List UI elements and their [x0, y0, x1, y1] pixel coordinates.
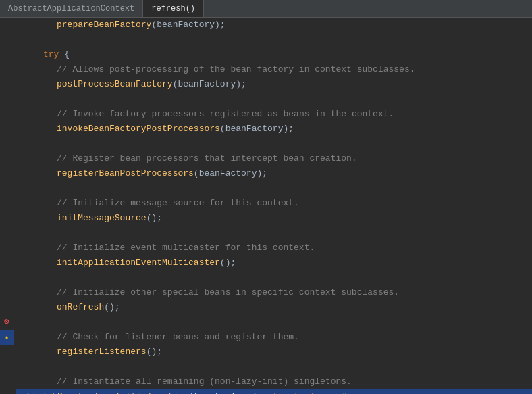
code-line: invokeBeanFactoryPostProcessors(beanFact… [16, 122, 532, 137]
code-area: ⊗ ★ prepareBeanFactory(beanFactory); [0, 18, 532, 394]
tab-abstract-application-context[interactable]: AbstractApplicationContext [0, 0, 143, 17]
code-line: // Instantiate all remaining (non-lazy-i… [16, 374, 532, 389]
code-line: onRefresh(); [16, 300, 532, 315]
code-line: // Allows post-processing of the bean fa… [16, 62, 532, 77]
tab-bar: AbstractApplicationContext refresh() [0, 0, 532, 18]
code-text: registerListeners(); [16, 345, 162, 360]
code-line-blank [16, 226, 532, 241]
indicator-line [0, 154, 14, 166]
code-line: // Invoke factory processors registered … [16, 107, 532, 122]
code-line: // Initialize event multicaster for this… [16, 241, 532, 255]
indicator-line [0, 18, 14, 30]
indicator-column: ⊗ ★ [0, 18, 14, 394]
bookmark-icon: ★ [5, 330, 9, 345]
indicator-line [0, 117, 14, 129]
code-line: // Initialize message source for this co… [16, 196, 532, 211]
tab-label-refresh: refresh() [151, 4, 195, 14]
code-comment: // Allows post-processing of the bean fa… [16, 62, 415, 77]
indicator-line [0, 382, 14, 394]
code-line: postProcessBeanFactory(beanFactory); [16, 77, 532, 92]
code-text: registerBeanPostProcessors(beanFactory); [16, 166, 267, 181]
code-text: initMessageSource(); [16, 211, 162, 226]
indicator-line [0, 278, 14, 290]
code-line-blank [16, 360, 532, 374]
indicator-line [0, 166, 14, 178]
indicator-debug-line: ★ [0, 330, 14, 345]
indicator-line [0, 253, 14, 265]
code-line-blank [16, 137, 532, 151]
error-icon: ⊗ [4, 315, 9, 330]
indicator-line [0, 67, 14, 79]
code-line: try { [16, 47, 532, 62]
code-line: // Initialize other special beans in spe… [16, 285, 532, 300]
code-text: invokeBeanFactoryPostProcessors(beanFact… [16, 122, 294, 137]
code-line: // Check for listener beans and register… [16, 330, 532, 345]
code-text: finishBeanFactoryInitialization(beanFact… [26, 389, 384, 394]
indicator-line [0, 370, 14, 382]
indicator-line [0, 203, 14, 216]
indicator-line [0, 228, 14, 241]
code-comment: // Check for listener beans and register… [16, 330, 299, 345]
code-line-debug: ▶ finishBeanFactoryInitialization(beanFa… [16, 389, 532, 394]
code-comment: // Initialize event multicaster for this… [16, 241, 315, 255]
code-comment: // Register bean processors that interce… [16, 151, 357, 166]
code-comment: // Initialize message source for this co… [16, 196, 299, 211]
indicator-line [0, 357, 14, 369]
indicator-line [0, 80, 14, 92]
indicator-line [0, 129, 14, 141]
code-line-blank [16, 32, 532, 47]
code-comment: // Instantiate all remaining (non-lazy-i… [16, 374, 352, 389]
indicator-line [0, 43, 14, 55]
code-line: initApplicationEventMulticaster(); [16, 255, 532, 270]
indicator-line [0, 55, 14, 67]
debug-arrow-icon: ▶ [19, 389, 24, 394]
code-line: initMessageSource(); [16, 211, 532, 226]
indicator-line [0, 290, 14, 302]
code-comment: // Invoke factory processors registered … [16, 107, 394, 122]
indicator-line [0, 92, 14, 104]
code-text: initApplicationEventMulticaster(); [16, 255, 236, 270]
code-lines: prepareBeanFactory(beanFactory); try { /… [14, 18, 532, 394]
code-text: onRefresh(); [16, 300, 120, 315]
indicator-line [0, 141, 14, 153]
indicator-line [0, 178, 14, 191]
indicator-line [0, 30, 14, 42]
indicator-line [0, 266, 14, 278]
indicator-line [0, 191, 14, 203]
code-comment: // Initialize other special beans in spe… [16, 285, 399, 300]
code-text: try { [16, 47, 70, 62]
code-line-blank [16, 270, 532, 285]
code-line-blank [16, 181, 532, 196]
indicator-error-line: ⊗ [0, 315, 14, 330]
debug-value: beanFactory: [273, 391, 342, 394]
tab-label-abstract: AbstractApplicationContext [8, 4, 134, 14]
indicator-line [0, 216, 14, 228]
indicator-line [0, 241, 14, 253]
tab-refresh[interactable]: refresh() [143, 0, 204, 17]
code-text: postProcessBeanFactory(beanFactory); [16, 77, 246, 92]
code-line-blank [16, 92, 532, 107]
indicator-line [0, 303, 14, 315]
editor-container: AbstractApplicationContext refresh() [0, 0, 532, 394]
indicator-line [0, 104, 14, 116]
code-line: registerListeners(); [16, 345, 532, 360]
code-line: prepareBeanFactory(beanFactory); [16, 18, 532, 32]
indicator-line [0, 345, 14, 357]
code-line: // Register bean processors that interce… [16, 151, 532, 166]
code-text: prepareBeanFactory(beanFactory); [16, 18, 225, 32]
code-line: registerBeanPostProcessors(beanFactory); [16, 166, 532, 181]
code-line-blank [16, 315, 532, 330]
